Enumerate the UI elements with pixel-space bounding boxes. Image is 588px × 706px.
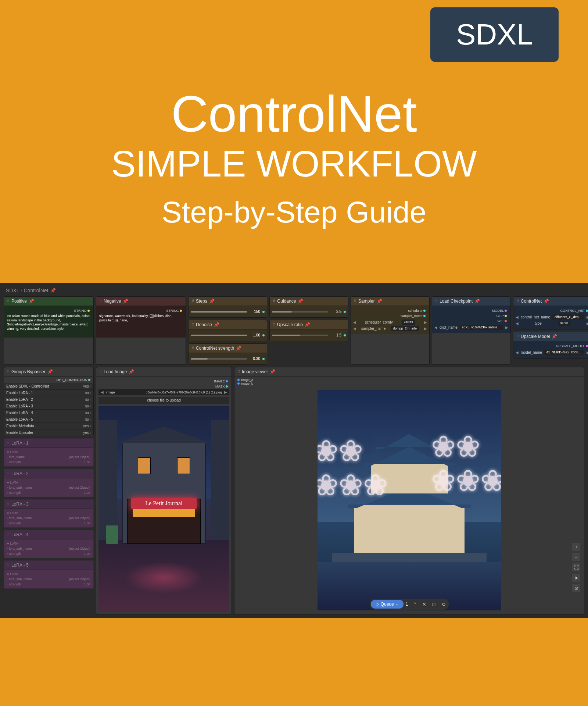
image-file-select[interactable]: ◀imagec5ed4ef8-d8a7-45f9-a7f8-26e6c8418f…: [98, 389, 229, 395]
pin-icon: 📌: [29, 299, 34, 304]
lora-node[interactable]: ⠿LoRA - 1 ● LoRA ◦ lora_name(object Obje…: [4, 438, 94, 467]
refresh-icon[interactable]: ⟲: [439, 600, 448, 609]
upscale-ratio-node[interactable]: ⠿Upscale ratio📌 1.5: [269, 320, 348, 341]
node-title: ControlNet: [521, 299, 542, 304]
drag-icon: ⠿: [191, 323, 194, 327]
steps-node[interactable]: ⠿Steps📌 150: [188, 296, 267, 318]
stop-icon[interactable]: □: [429, 600, 438, 609]
upscale-ratio-slider[interactable]: [272, 335, 328, 336]
sampler-node[interactable]: ⠿Sampler📌 scheduler sampler_name ◀schedu…: [351, 296, 430, 365]
output-label: VAE: [434, 318, 508, 324]
title-line2: SIMPLE WORKFLOW: [0, 143, 588, 184]
positive-prompt-text[interactable]: An asian House made of blue and white po…: [6, 313, 91, 335]
pin-icon: 📌: [544, 299, 549, 304]
guidance-node[interactable]: ⠿Guidance📌 3.5: [269, 296, 348, 318]
pin-icon: 📌: [214, 322, 219, 327]
upscale-model-select[interactable]: ◀model_name4x_NMKD-Siax_200k.pth▶: [516, 350, 588, 355]
steps-slider[interactable]: [191, 311, 247, 313]
pin-icon: 📌: [377, 299, 382, 304]
scheduler-select[interactable]: ◀scheduler_comfykarras▶: [353, 320, 427, 325]
image-viewer-node[interactable]: ⠿Image viewer📌 image_a image_b: [234, 367, 584, 614]
node-title: Upscale Model: [521, 334, 550, 339]
lora-node[interactable]: ⠿LoRA - 3 ● LoRA ◦ lora_sub_name(object …: [4, 499, 94, 528]
pin-icon: 📌: [209, 299, 215, 304]
checkpoint-select[interactable]: ◀ckpt_namesdXL_v10VAEFix.safetensors▶: [434, 325, 508, 330]
output-label: UPSCALE_MODEL: [516, 343, 588, 349]
upload-button[interactable]: choose file to upload: [98, 397, 229, 404]
zoom-in-icon[interactable]: +: [572, 543, 580, 551]
positive-prompt-node[interactable]: ⠿Positive📌 STRING An asian House made of…: [4, 296, 94, 365]
node-title: Upscale ratio: [277, 322, 303, 327]
negative-prompt-text[interactable]: signature, watermark, bad quality, ((((d…: [98, 313, 183, 335]
bypasser-row[interactable]: Enable Metadatayes ›: [4, 423, 93, 429]
drag-icon: ⠿: [99, 299, 102, 303]
bypasser-row[interactable]: Enable LoRA - 5no ›: [4, 416, 93, 423]
load-checkpoint-node[interactable]: ⠿Load Checkpoint📌 MODEL CLIP VAE ◀ckpt_n…: [432, 296, 511, 365]
pin-icon: 📌: [50, 288, 56, 293]
navigate-icon[interactable]: ➤: [572, 574, 580, 582]
chevron-down-icon: ⌄: [395, 602, 398, 606]
close-icon[interactable]: ✕: [420, 600, 429, 609]
node-title: Image viewer: [242, 369, 268, 374]
node-title: Guidance: [277, 299, 296, 304]
lora-node[interactable]: ⠿LoRA - 2 ● LoRA ◦ lora_sub_name(object …: [4, 469, 94, 497]
output-label: STRING: [6, 308, 91, 313]
negative-prompt-node[interactable]: ⠿Negative📌 STRING signature, watermark, …: [96, 296, 186, 365]
controlnet-type-select[interactable]: ◀typedepth▶: [516, 321, 588, 326]
queue-up-icon[interactable]: ⌃: [410, 600, 419, 609]
cn-strength-node[interactable]: ⠿ControlNet strength📌 0.30: [188, 343, 267, 365]
title-line1: ControlNet: [0, 88, 588, 140]
pin-icon: 📌: [305, 322, 310, 327]
reset-icon[interactable]: ⊘: [572, 584, 580, 592]
upscale-model-node[interactable]: ⠿Upscale Model📌 UPSCALE_MODEL ◀model_nam…: [513, 332, 588, 359]
load-image-node[interactable]: ⠿Load Image📌 IMAGE MASK ◀imagec5ed4ef8-d…: [96, 367, 232, 614]
title-block: ControlNet SIMPLE WORKFLOW Step-by-Step …: [0, 88, 588, 229]
input-label: image_a: [237, 378, 581, 382]
pin-icon: 📌: [47, 369, 53, 374]
input-label: image_b: [237, 382, 581, 385]
bypasser-row[interactable]: Enable Upscaleryes ›: [4, 429, 93, 436]
pin-icon: 📌: [236, 346, 241, 351]
workspace-title-bar: SDXL - ControlNet 📌: [4, 286, 584, 296]
bypasser-row[interactable]: Enable LoRA - 4no ›: [4, 410, 93, 416]
bypasser-row[interactable]: Enable LoRA - 3no ›: [4, 403, 93, 410]
drag-icon: ⠿: [516, 299, 519, 303]
cn-strength-slider[interactable]: [191, 358, 247, 360]
shop-sign: Le Petit Journal: [131, 498, 197, 509]
node-title: Load Image: [104, 369, 127, 374]
title-line3: Step-by-Step Guide: [0, 195, 588, 229]
pin-icon: 📌: [123, 299, 128, 304]
drag-icon: ⠿: [354, 299, 356, 303]
denoise-node[interactable]: ⠿Denoise📌 1.00: [188, 320, 267, 341]
drag-icon: ⠿: [191, 299, 194, 303]
pin-icon: 📌: [298, 299, 303, 304]
fit-icon[interactable]: ⛶: [572, 563, 580, 571]
bypasser-row[interactable]: Enable LoRA - 2no ›: [4, 396, 93, 403]
bypasser-row[interactable]: Enable SDXL - ControlNetyes ›: [4, 383, 93, 390]
output-image-preview: ❀❀❀❀❀ ❀❀❀❀❀: [318, 390, 501, 610]
node-title: Negative: [104, 299, 121, 304]
zoom-out-icon[interactable]: −: [572, 553, 580, 561]
drag-icon: ⠿: [435, 299, 438, 303]
groups-bypasser-node[interactable]: ⠿Groups Bypasser📌 OPT_CONNECTION Enable …: [4, 367, 94, 436]
controlnet-node[interactable]: ⠿ControlNet📌 CONTROL_NET ◀control_net_na…: [513, 296, 588, 329]
node-title: Groups Bypasser: [11, 369, 46, 374]
pin-icon: 📌: [474, 299, 480, 304]
queue-count: 1: [404, 602, 410, 607]
bypasser-row[interactable]: Enable LoRA - 1no ›: [4, 390, 93, 396]
denoise-value: 1.00: [249, 333, 260, 337]
lora-node[interactable]: ⠿LoRA - 5 ● LoRA ◦ lora_sub_name(object …: [4, 560, 94, 589]
guidance-slider[interactable]: [272, 311, 328, 313]
output-label: MASK: [98, 384, 229, 389]
drag-icon: ⠿: [99, 370, 102, 374]
input-image-preview: Le Petit Journal: [98, 406, 229, 612]
lora-node[interactable]: ⠿LoRA - 4 ● LoRA ◦ lora_sub_name(object …: [4, 530, 94, 558]
output-label: CLIP: [434, 313, 508, 318]
sampler-select[interactable]: ◀sampler_namedpmpp_2m_sde▶: [353, 326, 427, 331]
output-label: scheduler: [353, 308, 427, 313]
node-title: Positive: [11, 299, 27, 304]
pin-icon: 📌: [552, 334, 557, 339]
controlnet-name-select[interactable]: ◀control_net_namediffusers_xl_depth_full…: [516, 314, 588, 320]
denoise-slider[interactable]: [191, 335, 247, 336]
queue-button[interactable]: ▷Queue⌄: [371, 600, 404, 609]
